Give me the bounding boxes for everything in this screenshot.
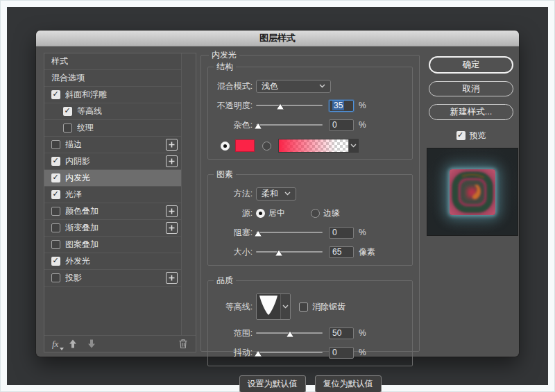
- range-value: 50: [332, 328, 341, 338]
- gradient-radio[interactable]: [262, 142, 271, 151]
- technique-select[interactable]: 柔和: [256, 187, 296, 201]
- contour-picker[interactable]: [256, 293, 291, 320]
- sidebar-item-drop-shadow[interactable]: 投影: [44, 270, 181, 287]
- fx-menu-icon[interactable]: fx: [52, 339, 58, 350]
- sidebar-item-texture[interactable]: 纹理: [44, 120, 181, 137]
- preview-checkbox[interactable]: [456, 131, 466, 140]
- noise-input[interactable]: 0: [329, 119, 354, 131]
- elements-legend: 图素: [214, 169, 236, 180]
- checkbox-checked-icon[interactable]: [51, 90, 60, 99]
- sidebar-item-label: 内阴影: [65, 155, 90, 167]
- checkbox-checked-icon[interactable]: [63, 107, 72, 116]
- sidebar-item-label: 渐变叠加: [65, 222, 99, 234]
- chevron-down-icon[interactable]: [280, 294, 290, 319]
- sidebar-item-color-overlay[interactable]: 颜色叠加: [44, 203, 181, 220]
- sidebar-item-stroke[interactable]: 描边: [44, 137, 181, 153]
- checkbox-unchecked-icon[interactable]: [51, 207, 60, 216]
- size-slider[interactable]: [256, 247, 323, 257]
- dialog-titlebar[interactable]: 图层样式: [36, 31, 519, 46]
- sidebar-item-satin[interactable]: 光泽: [44, 187, 181, 203]
- source-edge-label: 边缘: [323, 207, 340, 219]
- sidebar-item-gradient-overlay[interactable]: 渐变叠加: [44, 220, 181, 237]
- solid-color-radio[interactable]: [221, 142, 230, 151]
- choke-row: 阻塞: 0 %: [212, 225, 408, 239]
- checkbox-checked-icon[interactable]: [51, 157, 60, 166]
- delete-effect-icon[interactable]: [178, 339, 188, 349]
- inner-glow-panel: 内发光 结构 混合模式: 浅色 不透明度: 3: [200, 49, 420, 352]
- range-input[interactable]: 50: [329, 327, 354, 339]
- slider-track: [256, 105, 323, 106]
- chevron-down-icon[interactable]: [348, 139, 358, 152]
- add-effect-instance-icon[interactable]: [166, 222, 178, 234]
- set-default-button[interactable]: 设置为默认值: [239, 375, 306, 392]
- checkbox-unchecked-icon[interactable]: [51, 140, 60, 149]
- sidebar-item-label: 样式: [51, 56, 68, 67]
- quality-group: 品质 等高线: 消除锯齿 范围:: [207, 275, 413, 366]
- checkbox-unchecked-icon[interactable]: [51, 223, 60, 232]
- sidebar-item-label: 投影: [65, 272, 82, 284]
- slider-thumb[interactable]: [253, 350, 262, 357]
- checkbox-unchecked-icon[interactable]: [51, 240, 60, 249]
- size-input[interactable]: 65: [329, 246, 354, 258]
- slider-thumb[interactable]: [285, 330, 294, 338]
- style-preview-thumbnail: [427, 148, 518, 236]
- sidebar-item-inner-shadow[interactable]: 内阴影: [44, 153, 181, 170]
- sidebar-item-contour[interactable]: 等高线: [44, 103, 181, 120]
- glow-color-row: [212, 139, 408, 153]
- range-slider[interactable]: [256, 328, 323, 338]
- size-unit: 像素: [359, 246, 375, 258]
- checkbox-checked-icon[interactable]: [51, 257, 60, 266]
- sidebar-item-blending-options[interactable]: 混合选项: [44, 70, 181, 87]
- sidebar-item-outer-glow[interactable]: 外发光: [44, 253, 181, 270]
- slider-thumb[interactable]: [274, 249, 283, 257]
- slider-thumb[interactable]: [253, 122, 262, 130]
- add-effect-instance-icon[interactable]: [166, 205, 178, 217]
- gradient-preview[interactable]: [279, 139, 348, 152]
- checkbox-unchecked-icon[interactable]: [63, 123, 72, 133]
- choke-input[interactable]: 0: [329, 227, 354, 239]
- checkbox-checked-icon[interactable]: [51, 190, 60, 199]
- antialias-option: 消除锯齿: [299, 301, 345, 313]
- sidebar-item-label: 图案叠加: [65, 239, 99, 250]
- blend-mode-select[interactable]: 浅色: [256, 80, 331, 93]
- ok-button[interactable]: 确定: [429, 56, 513, 74]
- noise-value: 0: [332, 120, 337, 130]
- opacity-slider[interactable]: [256, 101, 323, 110]
- source-row: 源: 居中 边缘: [212, 206, 408, 220]
- sidebar-item-bevel-emboss[interactable]: 斜面和浮雕: [44, 87, 181, 103]
- checkbox-checked-icon[interactable]: [51, 173, 60, 182]
- opacity-row: 不透明度: 35 %: [212, 99, 408, 112]
- choke-slider[interactable]: [256, 228, 323, 237]
- glow-color-swatch[interactable]: [235, 139, 255, 152]
- blend-mode-value: 浅色: [262, 80, 278, 92]
- antialias-checkbox[interactable]: [299, 302, 308, 312]
- jitter-unit: %: [359, 348, 366, 357]
- source-edge-radio[interactable]: [311, 209, 320, 218]
- new-style-button[interactable]: 新建样式...: [429, 104, 513, 120]
- dialog-title: 图层样式: [259, 32, 296, 44]
- cancel-button[interactable]: 取消: [429, 81, 513, 96]
- move-effect-up-icon[interactable]: [69, 339, 77, 348]
- checkbox-unchecked-icon[interactable]: [51, 273, 60, 282]
- styled-layer-preview: [450, 169, 495, 215]
- contour-thumbnail[interactable]: [257, 294, 280, 319]
- antialias-label: 消除锯齿: [312, 301, 345, 313]
- reset-default-button[interactable]: 复位为默认值: [315, 375, 382, 392]
- sidebar-item-pattern-overlay[interactable]: 图案叠加: [44, 237, 181, 253]
- move-effect-down-icon[interactable]: [87, 339, 96, 348]
- opacity-input[interactable]: 35: [329, 100, 354, 112]
- slider-thumb[interactable]: [253, 230, 262, 237]
- gradient-picker[interactable]: [278, 139, 359, 153]
- jitter-slider[interactable]: [256, 348, 323, 357]
- add-effect-instance-icon[interactable]: [166, 155, 178, 167]
- jitter-input[interactable]: 0: [329, 347, 354, 359]
- choke-value: 0: [332, 228, 337, 237]
- sidebar-item-inner-glow[interactable]: 内发光: [44, 170, 181, 187]
- add-effect-instance-icon[interactable]: [166, 139, 178, 151]
- noise-slider[interactable]: [256, 120, 323, 130]
- add-effect-instance-icon[interactable]: [166, 272, 178, 284]
- source-center-radio[interactable]: [256, 209, 265, 218]
- sidebar-item-styles[interactable]: 样式: [44, 53, 181, 70]
- preview-option: 预览: [429, 130, 513, 142]
- slider-thumb[interactable]: [275, 103, 284, 110]
